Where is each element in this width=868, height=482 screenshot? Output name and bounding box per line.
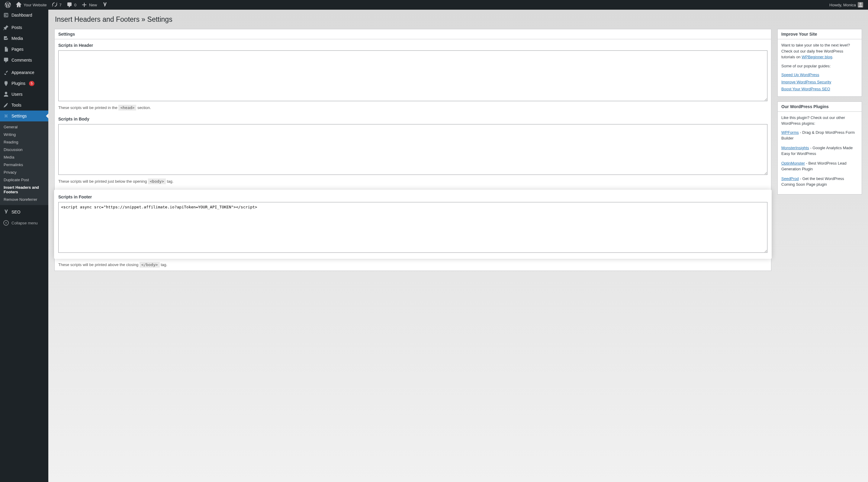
sidebar-item-appearance[interactable]: Appearance xyxy=(0,67,48,78)
submenu-item-duplicate-post[interactable]: Duplicate Post xyxy=(0,176,48,184)
wp-logo[interactable] xyxy=(2,0,13,10)
plugin-wpforms: WPForms - Drag & Drop WordPress Form Bui… xyxy=(781,130,858,141)
sidebar-item-tools[interactable]: Tools xyxy=(0,100,48,110)
submenu-item-general[interactable]: General xyxy=(0,123,48,131)
header-scripts-hint: These scripts will be printed in the <he… xyxy=(58,105,768,111)
submenu-item-insert-headers-footers[interactable]: Insert Headers and Footers xyxy=(0,184,48,196)
sidebar-item-pages[interactable]: Pages xyxy=(0,44,48,55)
body-scripts-textarea[interactable] xyxy=(58,124,768,175)
footer-scripts-block: Scripts in Footer xyxy=(54,190,772,259)
plugins-heading: Our WordPress Plugins xyxy=(778,102,862,112)
brush-icon xyxy=(3,69,9,75)
sidebar-item-settings[interactable]: Settings xyxy=(0,110,48,121)
submenu-item-permalinks[interactable]: Permalinks xyxy=(0,161,48,168)
dashboard-icon xyxy=(3,12,9,18)
wpforms-link[interactable]: WPForms xyxy=(781,130,799,135)
improve-site-panel: Improve Your Site Want to take your site… xyxy=(777,29,862,97)
submenu-item-writing[interactable]: Writing xyxy=(0,131,48,138)
sidebar-item-seo[interactable]: SEO xyxy=(0,206,48,218)
updates-count: 7 xyxy=(60,3,62,7)
guide-security-link[interactable]: Improve WordPress Security xyxy=(781,80,831,84)
new-label: New xyxy=(89,3,97,7)
settings-heading: Settings xyxy=(55,29,771,39)
sidebar-item-posts[interactable]: Posts xyxy=(0,22,48,33)
sidebar-item-dashboard[interactable]: Dashboard xyxy=(0,10,48,21)
plugin-icon xyxy=(3,80,9,86)
yoast-icon xyxy=(102,2,108,8)
tools-icon xyxy=(3,102,9,108)
collapse-menu[interactable]: Collapse menu xyxy=(0,218,48,228)
sidebar-item-comments[interactable]: Comments xyxy=(0,55,48,66)
page-title: Insert Headers and Footers » Settings xyxy=(55,15,862,24)
plugins-badge: 5 xyxy=(29,81,34,86)
new-link[interactable]: New xyxy=(79,0,99,10)
submenu-item-media[interactable]: Media xyxy=(0,153,48,161)
guides-label: Some of our popular guides: xyxy=(781,63,858,69)
admin-sidebar: Dashboard Posts Media Pages Comments App… xyxy=(0,10,48,482)
media-icon xyxy=(3,35,9,41)
main-content: Insert Headers and Footers » Settings Se… xyxy=(48,10,868,482)
comment-icon xyxy=(66,2,72,8)
avatar-icon xyxy=(858,2,863,7)
plugin-optinmonster: OptinMonster - Best WordPress Lead Gener… xyxy=(781,160,858,172)
settings-panel: Settings Scripts in Header These scripts… xyxy=(54,29,771,271)
plus-icon xyxy=(81,2,87,8)
comments-icon xyxy=(3,57,9,63)
update-icon xyxy=(52,2,58,8)
updates-link[interactable]: 7 xyxy=(49,0,64,10)
sidebar-item-users[interactable]: Users xyxy=(0,89,48,100)
comments-count: 0 xyxy=(74,3,76,7)
settings-submenu: General Writing Reading Discussion Media… xyxy=(0,121,48,205)
settings-icon xyxy=(3,113,9,119)
howdy-text: Howdy, Monica xyxy=(829,3,856,7)
site-link[interactable]: Your Website xyxy=(13,0,49,10)
footer-scripts-label: Scripts in Footer xyxy=(58,194,768,200)
page-icon xyxy=(3,46,9,52)
improve-heading: Improve Your Site xyxy=(778,29,862,39)
header-scripts-label: Scripts in Header xyxy=(58,42,768,49)
sidebar-item-media[interactable]: Media xyxy=(0,33,48,44)
plugin-seedprod: SeedProd - Get the best WordPress Coming… xyxy=(781,176,858,188)
wordpress-icon xyxy=(5,2,11,8)
guide-seo-link[interactable]: Boost Your WordPress SEO xyxy=(781,87,830,91)
comments-link[interactable]: 0 xyxy=(64,0,79,10)
body-scripts-hint: These scripts will be printed just below… xyxy=(58,179,768,185)
guide-speed-link[interactable]: Speed Up WordPress xyxy=(781,72,819,77)
footer-scripts-hint: These scripts will be printed above the … xyxy=(58,262,768,268)
footer-scripts-textarea[interactable] xyxy=(58,202,768,253)
submenu-item-reading[interactable]: Reading xyxy=(0,138,48,146)
seedprod-link[interactable]: SeedProd xyxy=(781,176,799,181)
wpbeginner-link[interactable]: WPBeginner blog xyxy=(802,55,832,59)
submenu-item-privacy[interactable]: Privacy xyxy=(0,168,48,176)
sidebar-item-plugins[interactable]: Plugins 5 xyxy=(0,78,48,89)
yoast-seo-icon xyxy=(3,209,9,215)
account-link[interactable]: Howdy, Monica xyxy=(827,0,866,10)
submenu-item-remove-noreferrer[interactable]: Remove Noreferrer xyxy=(0,196,48,203)
plugin-monsterinsights: MonsterInsights - Google Analytics Made … xyxy=(781,145,858,157)
plugins-panel: Our WordPress Plugins Like this plugin? … xyxy=(777,101,862,194)
user-icon xyxy=(3,91,9,97)
body-scripts-block: Scripts in Body These scripts will be pr… xyxy=(58,116,768,184)
yoast-link[interactable] xyxy=(99,0,110,10)
home-icon xyxy=(16,2,22,8)
collapse-icon xyxy=(3,220,9,226)
pin-icon xyxy=(3,25,9,31)
optinmonster-link[interactable]: OptinMonster xyxy=(781,161,805,165)
header-scripts-textarea[interactable] xyxy=(58,51,768,101)
improve-intro: Want to take your site to the next level… xyxy=(781,42,858,60)
admin-bar: Your Website 7 0 New Howdy, Monica xyxy=(0,0,868,10)
body-scripts-label: Scripts in Body xyxy=(58,116,768,122)
site-name: Your Website xyxy=(24,3,47,7)
monsterinsights-link[interactable]: MonsterInsights xyxy=(781,146,809,150)
plugins-intro: Like this plugin? Check out our other Wo… xyxy=(781,115,858,127)
submenu-item-discussion[interactable]: Discussion xyxy=(0,146,48,153)
header-scripts-block: Scripts in Header These scripts will be … xyxy=(58,42,768,110)
